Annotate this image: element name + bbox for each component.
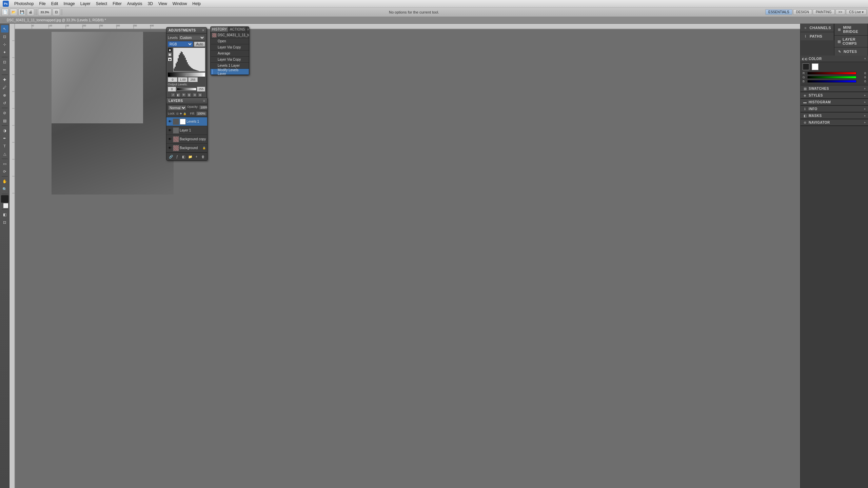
expand-icon[interactable]: ⊞	[198, 93, 202, 97]
tool-eraser[interactable]: ⊘	[1, 109, 8, 117]
workspace-painting[interactable]: PAINTING	[813, 9, 834, 15]
history-item-average[interactable]: Average	[211, 50, 249, 57]
tool-pen[interactable]: ✒	[1, 135, 8, 142]
menu-window[interactable]: Window	[170, 1, 190, 7]
new-layer-btn[interactable]: +	[194, 154, 199, 159]
input-shadows[interactable]	[168, 77, 177, 82]
blue-slider[interactable]	[807, 80, 856, 83]
tool-magic-wand[interactable]: ✦	[1, 48, 8, 56]
tool-path[interactable]: △	[1, 150, 8, 158]
tool-healing[interactable]: ✚	[1, 76, 8, 83]
white-point-eyedropper[interactable]: ◆	[168, 57, 172, 61]
tool-type[interactable]: T	[1, 142, 8, 150]
menu-file[interactable]: File	[36, 1, 48, 7]
levels-preset-select[interactable]: Custom	[178, 35, 205, 40]
fill-input[interactable]	[196, 111, 207, 116]
color-collapse[interactable]: ▾	[864, 57, 866, 60]
history-item-layer-via-copy-2[interactable]: Layer Via Copy	[211, 57, 249, 63]
adjustments-close[interactable]: ✕	[202, 28, 204, 32]
color-panel-header[interactable]: ◐ COLOR ▾	[801, 56, 868, 62]
tool-hand[interactable]: ✋	[1, 178, 8, 185]
add-style-btn[interactable]: ƒ	[175, 154, 180, 159]
background-color[interactable]	[3, 203, 8, 208]
history-item-open[interactable]: Open	[211, 38, 249, 44]
swatches-collapse[interactable]: ▸	[864, 87, 866, 90]
menu-filter[interactable]: Filter	[110, 1, 124, 7]
blend-mode-select[interactable]: Normal	[168, 105, 186, 110]
dock-notes-btn[interactable]: ✎ NOTES	[834, 47, 868, 56]
quick-mask[interactable]: ◧	[1, 211, 8, 218]
link-layers-btn[interactable]: 🔗	[168, 154, 174, 159]
document-tab[interactable]: DSC_60431_1_11_tonemapped.jpg @ 33.3% (L…	[0, 17, 868, 24]
new-group-btn[interactable]: 📁	[188, 154, 193, 159]
dock-layer-comps-btn[interactable]: ▤ LAYER COMPS	[834, 35, 868, 47]
layers-panel-header[interactable]: LAYERS ≡	[166, 98, 207, 104]
gray-point-eyedropper[interactable]: ◆	[168, 53, 172, 57]
tool-lasso[interactable]: ⊹	[1, 41, 8, 48]
tool-gradient[interactable]: ▤	[1, 117, 8, 124]
masks-header[interactable]: ◧ MASKS ▸	[801, 113, 868, 119]
history-item-modify-levels[interactable]: Modify Levels Layer	[211, 69, 249, 75]
history-item-snapshot[interactable]: DSC_60431_1_11_tonema...	[211, 32, 249, 38]
navigator-collapse[interactable]: ▸	[864, 121, 866, 124]
lock-position[interactable]: ✚	[180, 111, 182, 116]
tab-actions[interactable]: ACTIONS	[229, 27, 246, 32]
workspace-essentials[interactable]: ESSENTIALS	[765, 9, 792, 15]
masks-collapse[interactable]: ▸	[864, 114, 866, 117]
dock-paths-btn[interactable]: ⌇ PATHS	[801, 32, 834, 40]
swatches-header[interactable]: ▦ SWATCHES ▸	[801, 85, 868, 92]
delete-icon[interactable]: 🗑	[187, 93, 192, 97]
channel-select[interactable]: RGB	[168, 41, 193, 47]
info-collapse[interactable]: ▸	[864, 107, 866, 110]
tool-marquee[interactable]: ⊡	[1, 33, 8, 40]
opacity-input[interactable]	[199, 105, 208, 110]
open-button[interactable]: 📂	[10, 8, 17, 16]
lock-pixels[interactable]: ⊡	[176, 111, 179, 116]
tool-shape[interactable]: ▭	[1, 160, 8, 167]
new-button[interactable]: 📄	[1, 8, 9, 16]
visibility-icon[interactable]: 👁	[181, 93, 186, 97]
tab-history[interactable]: HISTORY	[211, 27, 229, 32]
layer-vis-bgcopy[interactable]: 👁	[167, 137, 172, 142]
history-panel-close[interactable]: ✕	[247, 27, 249, 32]
input-midtones[interactable]	[178, 77, 188, 82]
background-swatch[interactable]	[812, 63, 818, 70]
dock-channels-btn[interactable]: ≡ CHANNELS	[801, 24, 834, 32]
navigator-header[interactable]: ⊕ NAVIGATOR ▸	[801, 119, 868, 126]
menu-select[interactable]: Select	[93, 1, 110, 7]
lock-all[interactable]: 🔒	[183, 111, 186, 116]
histogram-header[interactable]: ▬ HISTOGRAM ▸	[801, 99, 868, 105]
adjustments-panel-header[interactable]: ADJUSTMENTS ✕	[166, 27, 206, 34]
red-slider[interactable]	[807, 72, 856, 75]
layer-background[interactable]: 👁 Background 🔒	[166, 144, 207, 152]
tool-3d[interactable]: ⟳	[1, 168, 8, 175]
workspace-more[interactable]: >>	[835, 9, 846, 15]
reset-icon[interactable]: ↺	[171, 93, 175, 97]
menu-image[interactable]: Image	[61, 1, 77, 7]
layers-close[interactable]: ≡	[203, 99, 205, 103]
workspace-design[interactable]: DESIGN	[793, 9, 812, 15]
auto-button[interactable]: Auto	[194, 42, 205, 47]
screen-mode-btn[interactable]: ⊡	[1, 219, 8, 226]
tool-history-brush[interactable]: ↺	[1, 99, 8, 107]
layer-vis-bg[interactable]: 👁	[167, 146, 172, 150]
output-highlights-val[interactable]	[197, 87, 205, 92]
tool-crop[interactable]: ⊡	[1, 58, 8, 66]
history-item-layer-via-copy[interactable]: Layer Via Copy	[211, 44, 249, 50]
info-header[interactable]: ℹ INFO ▸	[801, 106, 868, 112]
styles-collapse[interactable]: ▸	[864, 94, 866, 97]
tool-move[interactable]: ↖	[1, 25, 8, 33]
green-slider[interactable]	[807, 76, 856, 79]
delete-layer-btn[interactable]: 🗑	[200, 154, 206, 159]
print-button[interactable]: 🖨	[27, 8, 34, 16]
menu-analysis[interactable]: Analysis	[124, 1, 145, 7]
tool-clone[interactable]: ⊕	[1, 92, 8, 99]
screen-mode[interactable]: ⊡	[53, 8, 60, 16]
menu-view[interactable]: View	[156, 1, 170, 7]
settings-icon[interactable]: ⚙	[192, 93, 197, 97]
menu-photoshop[interactable]: Photoshop	[12, 1, 36, 7]
input-highlights[interactable]	[188, 77, 198, 82]
layer-levels1[interactable]: 👁 Levels 1	[166, 117, 207, 126]
tool-dodge[interactable]: ◑	[1, 127, 8, 134]
clip-black-icon[interactable]: ◧	[176, 93, 181, 97]
